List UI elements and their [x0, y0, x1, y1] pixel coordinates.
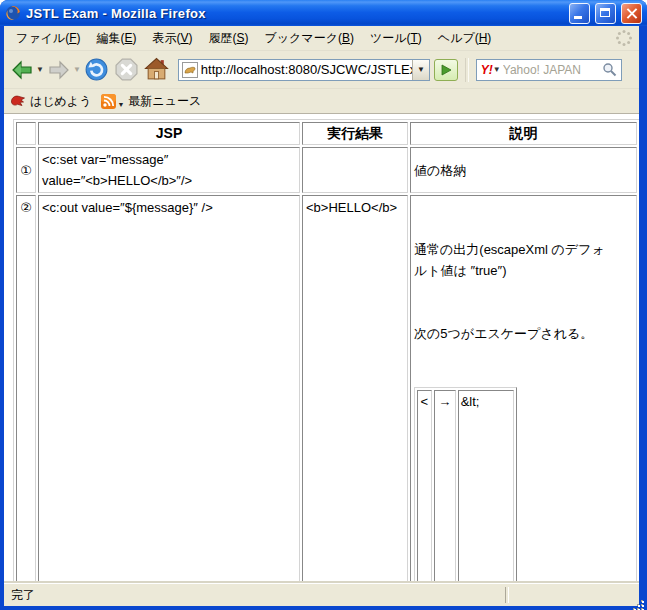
jsp-code: <c:out value=″${message}″ />	[38, 195, 300, 583]
stop-button[interactable]	[112, 55, 141, 84]
bookmark-getting-started[interactable]: はじめよう	[10, 93, 91, 110]
statusbar-separator	[505, 587, 509, 603]
escape-char: <	[417, 390, 432, 583]
desc-line: 次の5つがエスケープされる。	[414, 323, 633, 344]
minimize-icon	[574, 16, 582, 19]
menu-edit[interactable]: 編集(E)	[88, 27, 144, 50]
header-result: 実行結果	[302, 122, 408, 145]
table-row: ② <c:out value=″${message}″ /> <b>HELLO<…	[16, 195, 637, 583]
browser-window: JSTL Exam - Mozilla Firefox ファイル(F) 編集(E…	[0, 0, 647, 610]
stop-icon	[114, 57, 139, 82]
status-bar: 完了	[4, 583, 639, 606]
header-desc: 説明	[410, 122, 637, 145]
bookmark-latest-news[interactable]: ▼ 最新ニュース	[101, 93, 201, 110]
site-favicon	[181, 61, 199, 79]
throbber-icon	[615, 29, 633, 47]
go-button[interactable]	[434, 59, 458, 81]
escape-entity: &lt;	[458, 390, 514, 583]
exec-result: <b>HELLO</b>	[302, 195, 408, 583]
resize-grip-icon[interactable]	[633, 600, 635, 602]
maximize-button[interactable]	[595, 3, 616, 24]
live-bookmark-arrow-icon: ▼	[117, 101, 124, 110]
mozilla-dino-icon	[10, 94, 26, 108]
back-dropdown[interactable]: ▼	[36, 65, 44, 74]
bookmark-label: はじめよう	[30, 93, 91, 110]
menu-file[interactable]: ファイル(F)	[8, 27, 88, 50]
exec-result	[302, 147, 408, 193]
desc-line: 通常の出力(escapeXml のデフォ ルト値は ″true″)	[414, 239, 633, 281]
row-number: ②	[16, 195, 36, 583]
go-icon	[440, 64, 452, 76]
escape-table: < → &lt; > → &gt; & → &amp;	[414, 387, 517, 583]
window-title: JSTL Exam - Mozilla Firefox	[26, 6, 564, 21]
escape-row: < → &lt;	[417, 390, 514, 583]
menu-history[interactable]: 履歴(S)	[201, 27, 257, 50]
description: 値の格納	[410, 147, 637, 193]
menu-bar: ファイル(F) 編集(E) 表示(V) 履歴(S) ブックマーク(B) ツール(…	[4, 26, 639, 51]
url-input[interactable]	[201, 62, 412, 77]
status-text: 完了	[11, 587, 35, 604]
header-blank	[16, 122, 36, 145]
reload-icon	[84, 57, 109, 82]
search-engine-dropdown[interactable]: ▼	[493, 65, 501, 74]
menu-view[interactable]: 表示(V)	[144, 27, 200, 50]
maximize-icon	[600, 8, 610, 17]
toolbar-separator	[465, 58, 469, 82]
search-input[interactable]	[501, 62, 599, 78]
forward-button[interactable]	[45, 56, 73, 84]
arrow-icon: →	[434, 390, 456, 583]
home-button[interactable]	[142, 55, 171, 84]
navigation-toolbar: ▼ ▼	[4, 51, 639, 89]
jstl-exam-table: JSP 実行結果 説明 ① <c:set var=″message″ value…	[13, 119, 639, 583]
address-bar[interactable]: ▼	[178, 59, 430, 81]
jsp-code: <c:set var=″message″ value=″<b>HELLO</b>…	[38, 147, 300, 193]
close-button[interactable]	[621, 3, 642, 24]
bookmarks-bar: はじめよう ▼ 最新ニュース	[4, 89, 639, 114]
table-row: ① <c:set var=″message″ value=″<b>HELLO</…	[16, 147, 637, 193]
url-dropdown[interactable]: ▼	[412, 60, 429, 80]
row-number: ①	[16, 147, 36, 193]
firefox-icon	[5, 5, 21, 21]
close-icon	[627, 8, 638, 19]
table-header-row: JSP 実行結果 説明	[16, 122, 637, 145]
description: 通常の出力(escapeXml のデフォ ルト値は ″true″) 次の5つがエ…	[410, 195, 637, 583]
back-icon	[10, 58, 34, 82]
menu-tools[interactable]: ツール(T)	[362, 27, 430, 50]
forward-dropdown[interactable]: ▼	[73, 65, 81, 74]
title-bar[interactable]: JSTL Exam - Mozilla Firefox	[0, 0, 647, 26]
back-button[interactable]	[8, 56, 36, 84]
forward-icon	[47, 58, 71, 82]
menu-bookmarks[interactable]: ブックマーク(B)	[257, 27, 362, 50]
yahoo-logo: Y!	[477, 63, 494, 77]
bookmark-label: 最新ニュース	[128, 93, 201, 110]
reload-button[interactable]	[82, 55, 111, 84]
magnifier-icon	[602, 62, 617, 77]
search-bar[interactable]: Y! ▼	[476, 59, 622, 81]
search-go-button[interactable]	[599, 60, 621, 80]
page-content: JSP 実行結果 説明 ① <c:set var=″message″ value…	[4, 114, 639, 583]
rss-icon	[101, 94, 116, 109]
header-jsp: JSP	[38, 122, 300, 145]
menu-help[interactable]: ヘルプ(H)	[430, 27, 500, 50]
minimize-button[interactable]	[569, 3, 590, 24]
home-icon	[144, 57, 169, 82]
